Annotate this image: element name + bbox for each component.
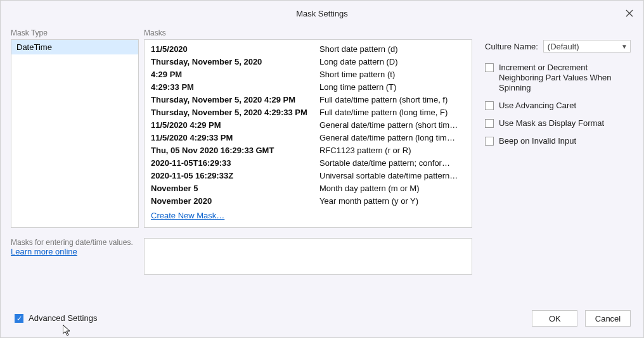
masks-label: Masks bbox=[144, 28, 472, 37]
mask-row[interactable]: Thursday, November 5, 2020 4:29:33 PMFul… bbox=[148, 106, 468, 118]
checkbox-icon: ✓ bbox=[15, 314, 23, 323]
mask-desc: Full date/time pattern (long time, F) bbox=[319, 108, 468, 117]
mask-type-label: Mask Type bbox=[11, 28, 139, 37]
chevron-down-icon: ▼ bbox=[621, 43, 628, 50]
mask-row[interactable]: November 2020Year month pattern (y or Y) bbox=[148, 194, 468, 207]
footer-left: ✓ Advanced Settings bbox=[15, 313, 97, 323]
beep-label: Beep on Invalid Input bbox=[499, 136, 576, 146]
increment-label: Increment or Decrement Neighboring Part … bbox=[499, 63, 631, 93]
mask-row[interactable]: Thu, 05 Nov 2020 16:29:33 GMTRFC1123 pat… bbox=[148, 144, 468, 156]
advanced-settings-label: Advanced Settings bbox=[29, 313, 97, 323]
dialog-title: Mask Settings bbox=[296, 9, 348, 18]
options-column: Culture Name: (Default) ▼ Increment or D… bbox=[477, 28, 633, 299]
checkbox-icon bbox=[485, 137, 494, 146]
mask-desc: Long date pattern (D) bbox=[319, 57, 468, 66]
mask-desc: General date/time pattern (short tim… bbox=[319, 120, 468, 130]
culture-value: (Default) bbox=[548, 42, 579, 51]
mask-sample: November 5 bbox=[148, 184, 319, 193]
mask-sample: 4:29:33 PM bbox=[148, 82, 319, 92]
learn-more-link[interactable]: Learn more online bbox=[11, 247, 139, 256]
footer: ✓ Advanced Settings OK Cancel bbox=[1, 299, 643, 337]
mask-row[interactable]: Thursday, November 5, 2020 4:29 PMFull d… bbox=[148, 93, 468, 106]
increment-checkbox[interactable]: Increment or Decrement Neighboring Part … bbox=[485, 63, 631, 93]
mask-row[interactable]: Thursday, November 5, 2020Long date patt… bbox=[148, 55, 468, 68]
mask-sample: 2020-11-05 16:29:33Z bbox=[148, 171, 319, 180]
mask-desc: Short date pattern (d) bbox=[319, 44, 468, 54]
mask-sample: Thu, 05 Nov 2020 16:29:33 GMT bbox=[148, 146, 319, 155]
mask-sample: 4:29 PM bbox=[148, 70, 319, 79]
masks-listbox[interactable]: 11/5/2020Short date pattern (d)Thursday,… bbox=[144, 39, 472, 228]
mask-settings-dialog: Mask Settings Mask Type DateTime Masks f… bbox=[0, 0, 644, 338]
mask-type-listbox[interactable]: DateTime bbox=[11, 39, 139, 228]
help-text: Masks for entering date/time values. bbox=[11, 238, 139, 247]
create-new-mask-link[interactable]: Create New Mask… bbox=[151, 211, 224, 220]
mask-desc: Short time pattern (t) bbox=[319, 70, 468, 79]
mask-desc: Full date/time pattern (short time, f) bbox=[319, 95, 468, 104]
cursor-icon bbox=[63, 325, 73, 338]
mask-desc: RFC1123 pattern (r or R) bbox=[319, 146, 468, 155]
mask-desc: Long time pattern (T) bbox=[319, 82, 468, 92]
advancing-caret-checkbox[interactable]: Use Advancing Caret bbox=[485, 101, 631, 111]
mask-type-column: Mask Type DateTime Masks for entering da… bbox=[11, 28, 139, 299]
preview-box bbox=[144, 238, 472, 275]
mask-sample: 11/5/2020 bbox=[148, 44, 319, 54]
mask-sample: November 2020 bbox=[148, 196, 319, 206]
titlebar: Mask Settings bbox=[1, 1, 643, 26]
mask-row[interactable]: 2020-11-05T16:29:33Sortable date/time pa… bbox=[148, 156, 468, 169]
ok-button[interactable]: OK bbox=[532, 310, 577, 327]
checkbox-icon bbox=[485, 63, 494, 72]
culture-label: Culture Name: bbox=[485, 42, 538, 51]
display-format-checkbox[interactable]: Use Mask as Display Format bbox=[485, 118, 631, 128]
mask-type-item[interactable]: DateTime bbox=[11, 40, 138, 54]
content-area: Mask Type DateTime Masks for entering da… bbox=[1, 26, 643, 299]
masks-column: Masks 11/5/2020Short date pattern (d)Thu… bbox=[144, 28, 472, 299]
cancel-button[interactable]: Cancel bbox=[585, 310, 631, 327]
mask-desc: Universal sortable date/time pattern… bbox=[319, 171, 468, 180]
advanced-settings-checkbox[interactable]: ✓ Advanced Settings bbox=[15, 313, 97, 323]
close-icon[interactable] bbox=[622, 6, 637, 21]
mask-row[interactable]: 11/5/2020 4:29:33 PMGeneral date/time pa… bbox=[148, 131, 468, 144]
mask-row[interactable]: November 5Month day pattern (m or M) bbox=[148, 182, 468, 194]
mask-sample: Thursday, November 5, 2020 bbox=[148, 57, 319, 66]
checkbox-icon bbox=[485, 119, 494, 128]
mask-sample: 2020-11-05T16:29:33 bbox=[148, 158, 319, 168]
mask-desc: Sortable date/time pattern; confor… bbox=[319, 158, 468, 168]
create-new-mask-row: Create New Mask… bbox=[148, 211, 468, 220]
checkbox-icon bbox=[485, 101, 494, 110]
mask-row[interactable]: 4:29 PMShort time pattern (t) bbox=[148, 68, 468, 80]
mask-desc: General date/time pattern (long tim… bbox=[319, 133, 468, 142]
mask-sample: 11/5/2020 4:29 PM bbox=[148, 120, 319, 130]
mask-row[interactable]: 11/5/2020Short date pattern (d) bbox=[148, 42, 468, 55]
mask-sample: Thursday, November 5, 2020 4:29 PM bbox=[148, 95, 319, 104]
footer-right: OK Cancel bbox=[527, 310, 631, 327]
mask-sample: 11/5/2020 4:29:33 PM bbox=[148, 133, 319, 142]
culture-row: Culture Name: (Default) ▼ bbox=[485, 40, 631, 53]
mask-desc: Month day pattern (m or M) bbox=[319, 184, 468, 193]
mask-sample: Thursday, November 5, 2020 4:29:33 PM bbox=[148, 108, 319, 117]
mask-row[interactable]: 11/5/2020 4:29 PMGeneral date/time patte… bbox=[148, 118, 468, 131]
advancing-label: Use Advancing Caret bbox=[499, 101, 576, 111]
mask-row[interactable]: 4:29:33 PMLong time pattern (T) bbox=[148, 80, 468, 93]
mask-row[interactable]: 2020-11-05 16:29:33ZUniversal sortable d… bbox=[148, 169, 468, 182]
mask-desc: Year month pattern (y or Y) bbox=[319, 196, 468, 206]
beep-checkbox[interactable]: Beep on Invalid Input bbox=[485, 136, 631, 146]
displayfmt-label: Use Mask as Display Format bbox=[499, 118, 604, 128]
culture-dropdown[interactable]: (Default) ▼ bbox=[543, 40, 631, 53]
